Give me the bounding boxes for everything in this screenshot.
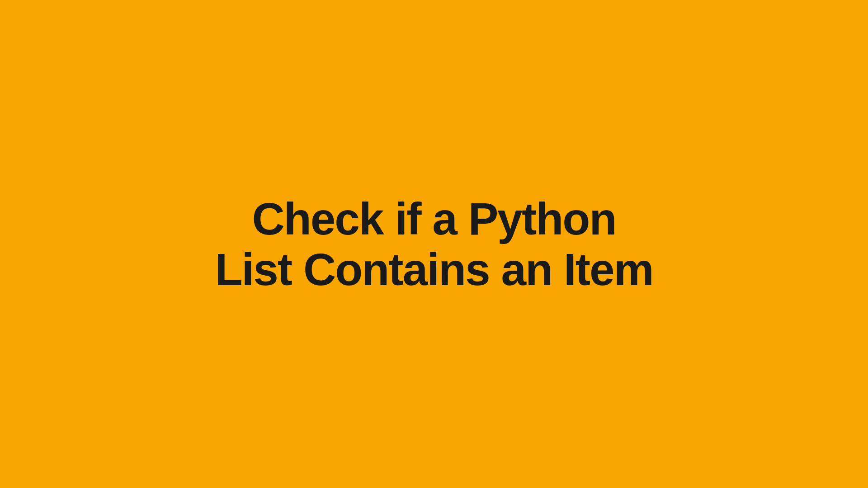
title-container: Check if a Python List Contains an Item: [215, 193, 653, 295]
title-line-1: Check if a Python: [215, 193, 653, 244]
title-line-2: List Contains an Item: [215, 244, 653, 295]
